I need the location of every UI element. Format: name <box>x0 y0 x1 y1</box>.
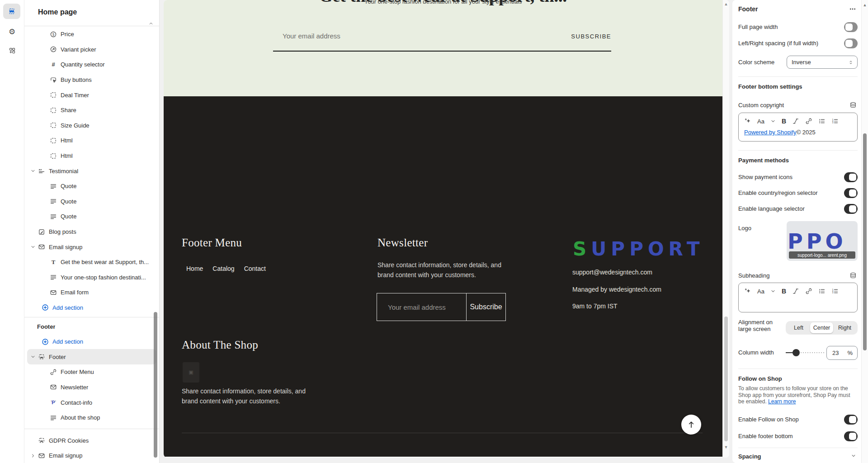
tree-item-html[interactable]: Html <box>27 148 156 164</box>
italic-icon[interactable] <box>792 288 799 295</box>
learn-more-link[interactable]: Learn more <box>768 398 796 405</box>
chevron-down-icon[interactable] <box>29 354 37 359</box>
bullet-list-icon[interactable] <box>818 288 826 295</box>
numbered-list-icon[interactable] <box>831 118 839 125</box>
tree-item-quote[interactable]: Quote <box>27 194 156 209</box>
banner-email-input[interactable]: Your email address <box>283 32 340 40</box>
tree-item-size-guide[interactable]: Size Guide <box>27 118 156 133</box>
column-width-value-box[interactable]: 23 % <box>826 346 858 360</box>
powered-by-link[interactable]: Powered by Shopify <box>744 129 797 136</box>
chevron-down-icon[interactable] <box>770 118 776 124</box>
tree-item-label: Quote <box>61 213 76 220</box>
tree-item-gdpr-cookies[interactable]: GDPR Cookies <box>27 433 156 448</box>
tree-item-footer[interactable]: Footer <box>27 349 156 364</box>
link-icon[interactable] <box>805 288 812 295</box>
footer-bottom-settings-heading: Footer bottom settings <box>738 83 802 90</box>
alignment-option-left[interactable]: Left <box>787 322 810 333</box>
tree-item-blog-posts[interactable]: Blog posts <box>27 224 156 240</box>
color-scheme-select[interactable]: Inverse <box>787 56 858 69</box>
sidebar-scroll-up-icon[interactable] <box>148 21 154 26</box>
enable-footer-bottom-label: Enable footer bottom <box>738 433 793 439</box>
italic-icon[interactable] <box>792 118 799 125</box>
chevron-down-icon[interactable] <box>770 288 776 294</box>
full-page-width-toggle[interactable] <box>844 22 858 32</box>
tree-item-price[interactable]: Price <box>27 27 156 42</box>
column-width-slider-rest[interactable] <box>801 352 826 353</box>
dynamic-source-icon[interactable] <box>849 101 857 109</box>
text-style-icon[interactable]: Aa <box>757 288 764 295</box>
apps-button[interactable] <box>0 47 24 54</box>
subheading-content[interactable] <box>739 298 857 302</box>
text-style-icon[interactable]: Aa <box>757 118 764 125</box>
tree-item-deal-timer[interactable]: Deal Timer <box>27 87 156 103</box>
magic-icon[interactable] <box>744 118 751 125</box>
tree-item-html[interactable]: Html <box>27 133 156 148</box>
panel-scrollbar[interactable]: ▲ <box>861 0 868 463</box>
tree-item-add-section[interactable]: Add section <box>27 334 156 350</box>
tree-item-buy-buttons[interactable]: Buy buttons <box>27 72 156 88</box>
subheading-editor[interactable]: AaB <box>738 283 858 312</box>
tree-item-footer-menu[interactable]: Footer Menu <box>27 364 156 380</box>
dynamic-source-icon[interactable] <box>849 272 857 279</box>
bold-icon[interactable]: B <box>782 288 786 295</box>
tree-item-your-one-stop-fashion-destinati[interactable]: Your one-stop fashion destinati... <box>27 270 156 285</box>
scroll-to-top-button[interactable] <box>681 415 701 435</box>
newsletter-subscribe-button[interactable]: Subscribe <box>466 293 505 321</box>
tree-item-quote[interactable]: Quote <box>27 179 156 194</box>
tree-item-share[interactable]: Share <box>27 103 156 118</box>
tree-item-email-signup[interactable]: Email signup <box>27 448 156 463</box>
bullet-list-icon[interactable] <box>818 118 826 125</box>
theme-settings-button[interactable]: ⚙ <box>0 28 24 36</box>
footer-link-catalog[interactable]: Catalog <box>212 265 234 272</box>
spacing-chevron-icon[interactable] <box>851 453 856 458</box>
preview-scrollbar-thumb[interactable] <box>724 317 728 441</box>
show-payment-icons-toggle[interactable] <box>844 172 858 182</box>
scroll-up-arrow-icon[interactable]: ▲ <box>723 2 729 6</box>
chevron-right-icon[interactable] <box>29 453 37 458</box>
lr-spacing-toggle[interactable] <box>844 38 858 48</box>
footer-link-home[interactable]: Home <box>186 265 203 272</box>
logo-thumbnail[interactable]: PPO support-logo... arent.png <box>787 221 858 261</box>
quote-icon <box>50 183 57 190</box>
bold-icon[interactable]: B <box>782 118 786 125</box>
sections-nav-button[interactable] <box>3 4 20 19</box>
tree-item-email-signup[interactable]: Email signup <box>27 239 156 255</box>
lr-spacing-label: Left/Right spacing (if full width) <box>738 40 818 47</box>
newsletter-email-input[interactable]: Your email address <box>377 293 466 321</box>
tree-item-testimonial[interactable]: Testimonial <box>27 163 156 179</box>
country-selector-toggle[interactable] <box>844 188 858 198</box>
column-width-slider-handle[interactable] <box>793 349 800 356</box>
preview-scrollbar[interactable]: ▲ ▼ <box>722 0 729 458</box>
tree-item-add-section[interactable]: Add section <box>27 300 156 316</box>
panel-scroll-up-icon[interactable]: ▲ <box>862 3 868 7</box>
link-icon[interactable] <box>805 118 812 125</box>
custom-copyright-editor[interactable]: AaB Powered by Shopify© 2025 <box>738 113 858 142</box>
chevron-down-icon[interactable] <box>29 168 37 174</box>
custom-copyright-content[interactable]: Powered by Shopify© 2025 <box>739 128 857 139</box>
language-selector-toggle[interactable] <box>844 204 858 214</box>
tree-item-label: Quantity selector <box>61 61 105 68</box>
tree-item-newsletter[interactable]: Newsletter <box>27 380 156 395</box>
panel-scrollbar-thumb[interactable] <box>863 133 867 350</box>
enable-follow-toggle[interactable] <box>844 415 858 425</box>
chevron-down-icon[interactable] <box>29 244 37 250</box>
tree-item-variant-picker[interactable]: Variant picker <box>27 42 156 57</box>
sidebar: Home page PriceVariant picker#Quantity s… <box>24 0 160 463</box>
tree-item-contact-info[interactable]: 'P'Contact-info <box>27 395 156 410</box>
footer-link-contact[interactable]: Contact <box>244 265 266 272</box>
tree-item-email-form[interactable]: Email form <box>27 285 156 300</box>
magic-icon[interactable] <box>744 288 751 295</box>
scroll-down-arrow-icon[interactable]: ▼ <box>723 445 729 449</box>
alignment-option-center[interactable]: Center <box>810 322 833 333</box>
add-icon <box>42 338 49 345</box>
tree-item-quantity-selector[interactable]: #Quantity selector <box>27 57 156 72</box>
sidebar-scrollbar-thumb[interactable] <box>154 312 157 458</box>
tree-item-get-the-best-wear-at-support-th[interactable]: TGet the best wear at Support, th... <box>27 255 156 270</box>
alignment-option-right[interactable]: Right <box>833 322 856 333</box>
banner-subscribe-button[interactable]: SUBSCRIBE <box>571 33 611 40</box>
more-options-icon[interactable] <box>849 5 856 13</box>
tree-item-about-the-shop[interactable]: About the shop <box>27 410 156 425</box>
numbered-list-icon[interactable] <box>831 288 839 295</box>
enable-footer-bottom-toggle[interactable] <box>844 431 858 441</box>
tree-item-quote[interactable]: Quote <box>27 209 156 224</box>
